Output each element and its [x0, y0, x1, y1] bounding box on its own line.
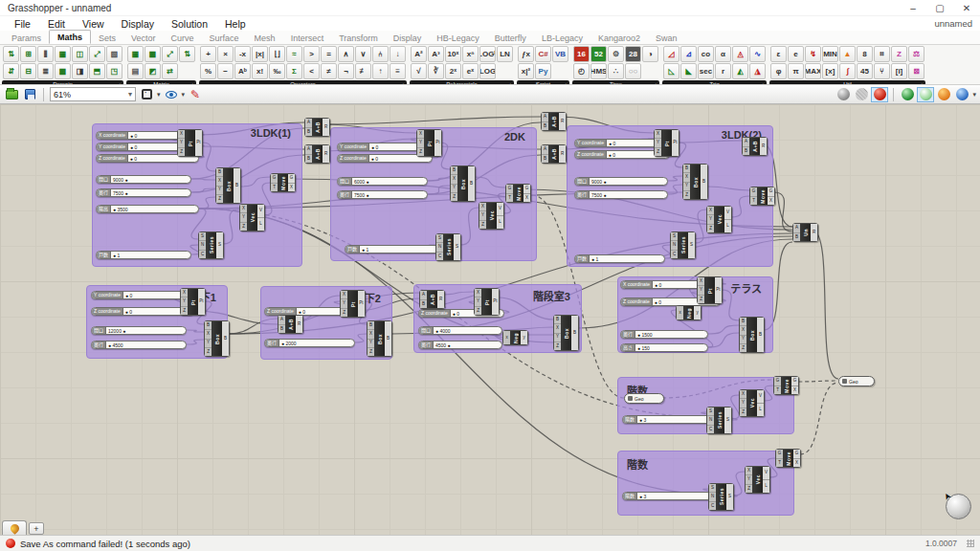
tab-display[interactable]: Display [386, 32, 430, 44]
param-R[interactable]: R [323, 145, 329, 163]
preview-shaded-icon[interactable] [872, 88, 887, 101]
gate-or-icon[interactable]: ∨ [355, 46, 371, 62]
zoom-select[interactable]: 61% ▾ [50, 87, 136, 101]
param-X[interactable]: X [554, 324, 561, 333]
component-box[interactable]: BXYZBoxB [553, 315, 579, 351]
construct-domain-icon[interactable]: ⇅ [3, 46, 19, 62]
param-S[interactable]: S [726, 484, 733, 510]
param-Y[interactable]: Y [554, 334, 561, 342]
param-B[interactable]: B [305, 128, 312, 137]
component-neg[interactable]: xNegy [676, 305, 702, 320]
gate-and-icon[interactable]: ∧ [338, 46, 354, 62]
tab-transform[interactable]: Transform [331, 32, 386, 44]
absolute-icon[interactable]: |x| [252, 46, 268, 62]
param-A[interactable]: A [305, 145, 312, 155]
average-icon[interactable]: ⊠ [908, 63, 924, 79]
param-X[interactable]: X [683, 173, 690, 182]
preview-wireframe-icon[interactable] [854, 88, 869, 101]
radians-icon[interactable]: r [715, 63, 731, 79]
param-y[interactable]: y [521, 331, 527, 344]
param-Y[interactable]: Y [655, 139, 661, 147]
param-Y[interactable]: Y [746, 475, 752, 484]
preview-settings-dropdown-icon[interactable]: ▾ [972, 91, 976, 99]
param-B[interactable]: B [385, 321, 391, 356]
param-T[interactable]: T [506, 194, 513, 203]
component-box[interactable]: BXYZBoxB [682, 164, 708, 200]
param-Pt[interactable]: Pt [672, 130, 679, 156]
number-slider[interactable]: 戸数● 1 [96, 251, 191, 259]
param-R[interactable]: R [559, 113, 566, 130]
param-X[interactable]: X [746, 467, 752, 475]
menu-item-file[interactable]: File [6, 18, 39, 30]
tangent-icon[interactable]: ⊿ [680, 46, 697, 62]
component-box[interactable]: BXYZBoxB [215, 167, 241, 204]
centroid-icon[interactable]: ◮ [749, 63, 766, 79]
param-X[interactable]: X [240, 205, 247, 213]
component-series[interactable]: SNCSeriesS [706, 407, 732, 434]
component-series[interactable]: SNCSeriesS [198, 231, 224, 259]
natural-log-icon[interactable]: LN [497, 46, 513, 62]
interpolate-date-icon[interactable]: ∴ [608, 63, 624, 79]
param-Pt[interactable]: Pt [195, 130, 202, 156]
menu-item-edit[interactable]: Edit [39, 18, 74, 30]
param-Z[interactable]: Z [205, 348, 212, 356]
python-script-icon[interactable]: Py [535, 63, 551, 79]
param-B[interactable]: B [793, 233, 800, 242]
param-X[interactable]: X [655, 130, 661, 139]
param-S[interactable]: S [216, 232, 223, 258]
bounds-icon[interactable]: ▦ [55, 46, 71, 62]
param-x[interactable]: x [503, 331, 510, 344]
right-trig-icon[interactable]: ◭ [732, 63, 748, 79]
degrees-icon[interactable]: α [715, 46, 731, 62]
component-vec[interactable]: XYZVecVL [479, 202, 504, 230]
infinity-icon[interactable]: 8 [857, 46, 873, 62]
tab-params[interactable]: Params [4, 32, 49, 44]
construct-time-icon[interactable]: ◑ [642, 46, 658, 62]
truncate-icon[interactable]: ⌗ [874, 46, 890, 62]
param-Y[interactable]: Y [740, 399, 746, 408]
param-L[interactable]: L [757, 404, 764, 416]
param-Y[interactable]: Y [341, 299, 347, 308]
date-range-icon[interactable]: 28 [625, 46, 641, 62]
complex-icon[interactable]: Z [891, 46, 907, 62]
param-B[interactable]: B [542, 155, 548, 164]
geometry-param-pill[interactable]: Geo [838, 376, 875, 386]
param-G[interactable]: G [793, 450, 800, 459]
component-series[interactable]: SNCSeriesS [435, 233, 461, 261]
param-G[interactable]: G [750, 187, 757, 197]
param-S[interactable]: S [454, 234, 460, 260]
deconstruct-domain-icon[interactable]: ⇵ [3, 63, 19, 79]
view-dropdown-icon[interactable]: ▾ [182, 91, 186, 99]
param-R[interactable]: R [296, 316, 302, 333]
remap-numbers-icon[interactable]: ⤢ [89, 46, 105, 62]
log-n-icon[interactable]: LOGᴺ [479, 46, 496, 62]
square-root-icon[interactable]: √ [411, 63, 427, 79]
param-X[interactable]: X [793, 459, 800, 468]
number-slider[interactable]: 間口9000 ● [574, 177, 668, 186]
triangle-trig-icon[interactable]: ◬ [732, 46, 748, 62]
equality-icon[interactable]: = [321, 46, 337, 62]
param-C[interactable]: C [199, 251, 206, 258]
param-X[interactable]: X [417, 130, 424, 139]
param-Z[interactable]: Z [417, 148, 424, 156]
number-slider[interactable]: 奥行7500 ● [96, 188, 191, 197]
display-matrix-icon[interactable]: ▤ [127, 63, 144, 79]
param-Y[interactable]: Y [181, 298, 188, 306]
param-X[interactable]: X [707, 207, 714, 215]
consecutive-domains-icon[interactable]: ≣ [37, 63, 54, 79]
component-a+b[interactable]: ABA+BR [742, 137, 768, 156]
param-N[interactable]: N [199, 241, 206, 250]
csharp-script-icon[interactable]: C# [535, 46, 551, 62]
gate-xor-icon[interactable]: ≢ [355, 63, 371, 79]
component-pt[interactable]: XYZPtPt [654, 129, 679, 157]
clip-domain-icon[interactable]: ▧ [106, 46, 122, 62]
param-R[interactable]: R [437, 291, 444, 308]
param-A[interactable]: A [278, 316, 285, 325]
param-L[interactable]: L [497, 216, 503, 229]
number-slider[interactable]: 奥行7500 ● [337, 190, 428, 199]
param-Y[interactable]: Y [178, 139, 185, 147]
param-X[interactable]: X [181, 289, 188, 298]
sketch-pen-icon[interactable]: ✎ [188, 88, 203, 101]
param-Pt[interactable]: Pt [715, 277, 722, 303]
param-X[interactable]: X [475, 289, 481, 298]
